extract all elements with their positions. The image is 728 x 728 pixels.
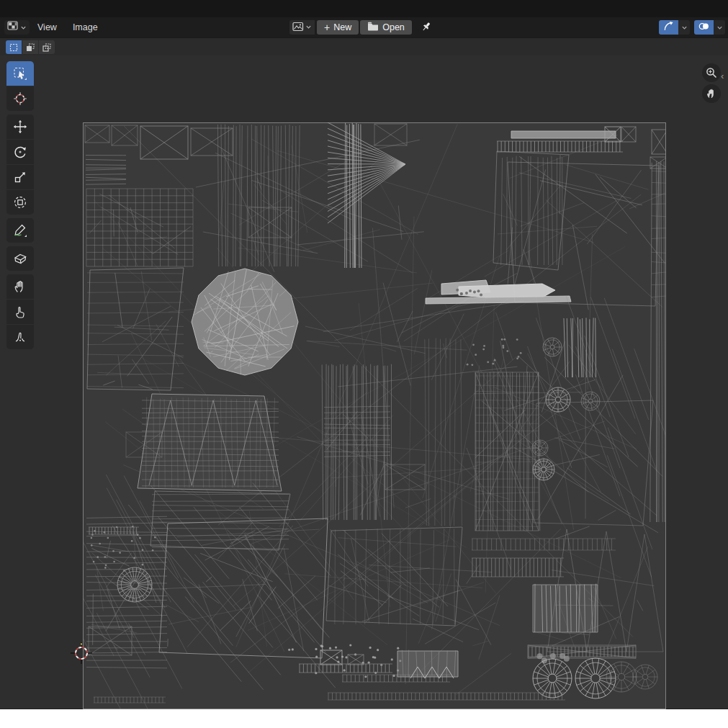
editor-type-selector[interactable] xyxy=(4,20,30,35)
show-overlays-toggle[interactable] xyxy=(694,20,714,35)
select-mode-extend[interactable] xyxy=(22,40,38,54)
tool-rip-region[interactable] xyxy=(6,246,34,271)
image-browse-icon xyxy=(292,22,304,34)
folder-icon xyxy=(367,22,379,33)
top-strip xyxy=(0,0,728,17)
tool-tweak[interactable] xyxy=(6,61,34,86)
tool-relax[interactable] xyxy=(6,300,34,324)
toolbar xyxy=(6,61,34,353)
pan-button[interactable] xyxy=(702,84,721,103)
tool-transform[interactable] xyxy=(6,190,34,215)
tool-rotate[interactable] xyxy=(6,140,34,164)
chevron-down-icon xyxy=(305,22,312,32)
tool-scale[interactable] xyxy=(6,165,34,189)
new-image-label: New xyxy=(333,22,351,32)
show-gizmos-toggle[interactable] xyxy=(659,20,678,35)
pin-icon xyxy=(421,21,432,35)
plus-icon: + xyxy=(324,22,330,32)
uv-image-editor-icon xyxy=(7,21,19,34)
editor-header: View Image + New Open xyxy=(0,17,728,37)
select-mode-set[interactable] xyxy=(6,40,22,54)
tool-move[interactable] xyxy=(6,114,34,139)
menu-image[interactable]: Image xyxy=(65,19,106,35)
chevron-down-icon xyxy=(20,21,27,34)
tool-pinch[interactable] xyxy=(6,325,34,349)
overlays-dropdown[interactable] xyxy=(714,20,725,35)
uv-wireframe-layout xyxy=(83,122,666,709)
gizmos-dropdown[interactable] xyxy=(678,20,690,35)
tool-annotate[interactable] xyxy=(6,218,34,243)
select-mode-subtract[interactable] xyxy=(39,40,55,54)
open-image-label: Open xyxy=(382,22,405,32)
tool-cursor[interactable] xyxy=(6,86,34,111)
uv-editor-canvas[interactable] xyxy=(0,55,728,709)
2d-cursor xyxy=(71,642,92,664)
sidebar-toggle-chevron[interactable]: ‹ xyxy=(721,71,724,81)
bottom-margin xyxy=(0,709,728,728)
zoom-button[interactable] xyxy=(702,63,721,82)
tool-grab[interactable] xyxy=(6,274,34,299)
pin-button[interactable] xyxy=(418,20,435,35)
overlays-icon xyxy=(698,21,709,35)
open-image-button[interactable]: Open xyxy=(360,20,412,35)
menu-view[interactable]: View xyxy=(30,19,65,35)
tool-settings-bar xyxy=(0,37,728,55)
gizmo-icon xyxy=(663,21,674,35)
new-image-button[interactable]: + New xyxy=(317,20,359,35)
browse-image-button[interactable] xyxy=(289,20,315,35)
